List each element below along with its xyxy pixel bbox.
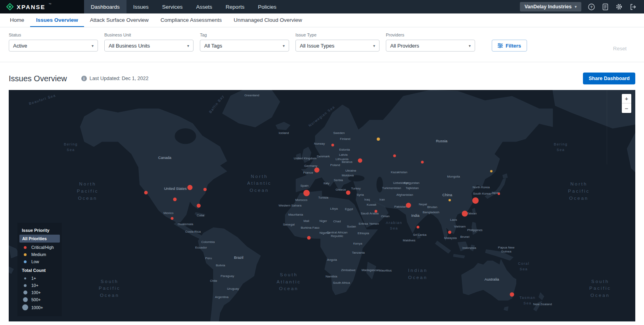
info-icon: i: [81, 76, 87, 81]
issue-marker-medium[interactable]: [448, 199, 451, 201]
legend-count-1: 1+: [17, 275, 62, 282]
filter-select-providers[interactable]: All Providers▾: [386, 40, 475, 52]
filter-label-business-unit: Business Unit: [104, 32, 194, 37]
issue-marker-critical[interactable]: [472, 197, 479, 204]
map-legend: Issue Priority All Priorities Critical/H…: [17, 223, 62, 316]
legend-count-label: 1+: [31, 276, 36, 281]
selected-value: All Tags: [204, 43, 222, 49]
topbar-right: VanDelay Industries ▾ ?: [520, 0, 644, 13]
issue-marker-critical[interactable]: [416, 226, 419, 229]
legend-dot-cell: [22, 277, 28, 279]
issue-marker-critical[interactable]: [358, 158, 362, 162]
count-dot-icon: [24, 277, 26, 279]
issue-marker-critical[interactable]: [203, 188, 207, 191]
issue-marker-critical[interactable]: [187, 185, 192, 190]
nav-item-issues[interactable]: Issues: [126, 0, 155, 13]
filter-select-issue-type[interactable]: All Issue Types▾: [295, 40, 380, 52]
selected-value: All Business Units: [109, 43, 150, 49]
legend-priority-title: Issue Priority: [17, 225, 62, 235]
map-zoom-control: + −: [622, 94, 631, 113]
filter-select-status[interactable]: Active▾: [9, 40, 98, 52]
nav-item-dashboards[interactable]: Dashboards: [84, 0, 126, 13]
last-updated: Last Updated: Dec 1, 2022: [90, 76, 149, 81]
count-dot-icon: [23, 297, 28, 302]
filter-label-status: Status: [9, 32, 98, 37]
account-menu-button[interactable]: VanDelay Industries ▾: [520, 2, 581, 11]
brand-name: XPANSE: [17, 4, 46, 10]
priority-dot-icon: [24, 246, 27, 249]
issue-marker-medium[interactable]: [490, 170, 493, 172]
count-dot-icon: [22, 304, 28, 310]
filter-select-business-unit[interactable]: All Business Units▾: [104, 40, 194, 52]
issue-marker-critical[interactable]: [173, 198, 176, 201]
sliders-icon: [498, 43, 503, 48]
issue-marker-critical[interactable]: [171, 217, 174, 220]
legend-dot-cell: [22, 297, 28, 302]
issues-map[interactable]: North Pacific OceanNorth Atlantic OceanS…: [9, 90, 635, 321]
issue-marker-critical[interactable]: [374, 210, 377, 213]
settings-gear-icon[interactable]: [615, 3, 623, 11]
app-root: XPANSE ™ DashboardsIssuesServicesAssetsR…: [0, 0, 644, 321]
issue-marker-critical[interactable]: [307, 236, 310, 240]
filter-select-tag[interactable]: All Tags▾: [200, 40, 289, 52]
filter-list: StatusActive▾Business UnitAll Business U…: [9, 32, 475, 52]
issue-marker-critical[interactable]: [314, 168, 320, 173]
issue-marker-critical[interactable]: [303, 190, 310, 196]
zoom-in-button[interactable]: +: [622, 94, 631, 103]
filter-providers: ProvidersAll Providers▾: [386, 32, 475, 52]
nav-item-assets[interactable]: Assets: [190, 0, 219, 13]
legend-count-label: 100+: [31, 290, 41, 295]
zoom-out-button[interactable]: −: [622, 103, 631, 113]
tab-home[interactable]: Home: [4, 13, 30, 27]
legend-priority-label: Low: [31, 259, 39, 264]
nav-item-reports[interactable]: Reports: [219, 0, 251, 13]
legend-dot-cell: [22, 284, 28, 287]
issue-marker-critical[interactable]: [421, 161, 424, 163]
issue-marker-critical[interactable]: [331, 143, 334, 146]
legend-priority-medium[interactable]: Medium: [17, 251, 62, 258]
legend-all-priorities[interactable]: All Priorities: [19, 235, 60, 243]
legend-priority-critical-high[interactable]: Critical/High: [17, 244, 62, 251]
chevron-down-icon: ▾: [373, 44, 375, 48]
logout-icon[interactable]: [629, 3, 637, 11]
svg-text:?: ?: [590, 5, 592, 9]
release-notes-icon[interactable]: [601, 3, 609, 11]
tab-compliance-assessments[interactable]: Compliance Assessments: [155, 13, 228, 27]
filters-button[interactable]: Filters: [492, 40, 527, 52]
legend-priority-rows: Critical/HighMediumLow: [17, 244, 62, 265]
share-dashboard-button[interactable]: Share Dashboard: [583, 73, 635, 84]
tab-issues-overview[interactable]: Issues Overview: [30, 13, 84, 27]
issue-marker-critical[interactable]: [510, 292, 514, 296]
issue-marker-critical[interactable]: [346, 190, 351, 195]
count-dot-icon: [23, 291, 27, 294]
legend-count-title: Total Count: [17, 265, 62, 275]
account-name: VanDelay Industries: [525, 4, 572, 10]
help-icon[interactable]: ?: [587, 3, 595, 11]
issue-marker-critical[interactable]: [448, 231, 451, 234]
filters-bar: StatusActive▾Business UnitAll Business U…: [0, 27, 644, 62]
issue-marker-critical[interactable]: [498, 193, 500, 195]
issue-marker-critical[interactable]: [406, 203, 411, 208]
issue-marker-critical[interactable]: [393, 155, 396, 157]
nav-item-policies[interactable]: Policies: [251, 0, 283, 13]
nav-item-services[interactable]: Services: [155, 0, 190, 13]
legend-dot-cell: [22, 246, 28, 249]
brand: XPANSE ™: [0, 0, 84, 13]
tab-unmanaged-cloud-overview[interactable]: Unmanaged Cloud Overview: [228, 13, 308, 27]
filter-label-issue-type: Issue Type: [295, 32, 380, 37]
legend-count-100: 100+: [17, 289, 62, 296]
main-nav: DashboardsIssuesServicesAssetsReportsPol…: [84, 0, 283, 13]
world-map-svg: [9, 90, 635, 321]
issue-marker-critical[interactable]: [462, 211, 468, 217]
legend-count-500: 500+: [17, 296, 62, 303]
issue-marker-critical[interactable]: [197, 204, 201, 208]
page-header: Issues Overview i Last Updated: Dec 1, 2…: [0, 62, 644, 84]
legend-priority-label: Critical/High: [31, 245, 54, 250]
filters-button-label: Filters: [506, 43, 521, 49]
last-updated-wrap: i Last Updated: Dec 1, 2022: [81, 76, 149, 81]
issue-marker-critical[interactable]: [144, 191, 148, 194]
reset-button[interactable]: Reset: [613, 46, 627, 52]
tab-attack-surface-overview[interactable]: Attack Surface Overview: [84, 13, 155, 27]
legend-priority-low[interactable]: Low: [17, 258, 62, 265]
issue-marker-medium[interactable]: [377, 138, 380, 141]
